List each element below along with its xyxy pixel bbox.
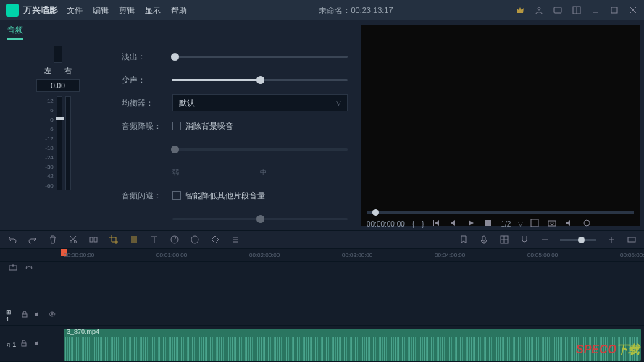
- label-left: 左: [44, 66, 51, 76]
- stop-icon[interactable]: [484, 219, 494, 229]
- link-icon[interactable]: [25, 264, 35, 274]
- fadeout-slider[interactable]: [172, 56, 348, 58]
- message-icon[interactable]: [553, 5, 563, 15]
- audio-track-head: ♫ 1: [0, 327, 58, 362]
- split-icon[interactable]: [88, 235, 99, 245]
- menu-view[interactable]: 显示: [145, 5, 161, 16]
- svg-rect-5: [611, 7, 617, 13]
- clip-filename: 3_870.mp4: [67, 329, 99, 335]
- audio-panel: 音频 左右 0.00 1260-6-12-18-24-30-42-60 淡出： …: [0, 20, 361, 226]
- snap-icon[interactable]: [519, 235, 530, 245]
- fullscreen-icon[interactable]: [530, 219, 540, 229]
- svg-rect-8: [485, 220, 491, 226]
- label-right: 右: [64, 66, 72, 76]
- volume-icon[interactable]: [565, 219, 575, 229]
- gain-slider-right[interactable]: [65, 96, 71, 190]
- balance-indicator[interactable]: [54, 46, 62, 63]
- waveform: [64, 337, 641, 361]
- timeline: 00:00:00:00 00:01:00:00 00:02:00:00 00:0…: [0, 249, 644, 362]
- cut-icon[interactable]: [68, 235, 78, 245]
- adjust-icon[interactable]: [129, 235, 139, 245]
- svg-point-21: [191, 236, 198, 243]
- menu-clip[interactable]: 剪辑: [119, 5, 135, 16]
- balance-meter: 左右 0.00 1260-6-12-18-24-30-42-60: [7, 46, 109, 231]
- balance-value[interactable]: 0.00: [36, 79, 80, 92]
- undo-icon[interactable]: [7, 235, 17, 245]
- close-icon[interactable]: [628, 5, 638, 15]
- crop-icon[interactable]: [109, 235, 119, 245]
- eq-label: 均衡器：: [122, 98, 172, 109]
- audio-clip[interactable]: 3_870.mp4: [64, 329, 641, 361]
- text-icon[interactable]: [149, 235, 159, 245]
- document-title: 未命名：00:23:13:17: [197, 5, 515, 16]
- mute-icon[interactable]: [35, 340, 45, 350]
- tab-audio[interactable]: 音频: [7, 25, 23, 40]
- lock-icon[interactable]: [20, 340, 30, 350]
- play-icon[interactable]: [467, 219, 477, 229]
- mute-icon[interactable]: [35, 311, 44, 321]
- fadeout-label: 淡出：: [122, 51, 172, 62]
- ducking-text: 智能降低其他片段音量: [185, 190, 265, 201]
- denoise-slider[interactable]: [172, 148, 348, 151]
- svg-rect-16: [94, 237, 97, 242]
- pitch-slider[interactable]: [172, 79, 348, 81]
- video-track-lane[interactable]: [58, 306, 644, 326]
- svg-rect-36: [22, 314, 27, 317]
- svg-rect-38: [22, 343, 26, 346]
- ducking-checkbox[interactable]: [172, 191, 181, 200]
- db-scale: 1260-6-12-18-24-30-42-60: [45, 96, 54, 190]
- minimize-icon[interactable]: [590, 5, 601, 15]
- video-preview[interactable]: [361, 25, 640, 226]
- settings-icon[interactable]: [582, 219, 593, 229]
- zoom-in-icon[interactable]: [606, 235, 616, 245]
- step-back-icon[interactable]: [449, 219, 459, 229]
- video-track-head: ⊞ 1: [0, 306, 58, 326]
- svg-rect-1: [554, 7, 561, 13]
- audio-track-lane[interactable]: 3_870.mp4: [58, 327, 644, 362]
- fit-icon[interactable]: [627, 235, 637, 245]
- zoom-level[interactable]: 1/2: [501, 220, 511, 228]
- svg-point-11: [551, 222, 553, 225]
- svg-rect-9: [531, 219, 538, 227]
- time-ruler[interactable]: 00:00:00:00 00:01:00:00 00:02:00:00 00:0…: [0, 249, 644, 262]
- menu-help[interactable]: 帮助: [171, 5, 187, 16]
- maximize-icon[interactable]: [609, 5, 619, 15]
- vip-icon[interactable]: [515, 5, 525, 15]
- menu-file[interactable]: 文件: [67, 5, 83, 16]
- redo-icon[interactable]: [28, 235, 38, 245]
- prev-frame-icon[interactable]: [432, 219, 442, 229]
- keyframe-icon[interactable]: [210, 235, 220, 245]
- zoom-out-icon[interactable]: [540, 235, 550, 245]
- titlebar: 万兴喵影 文件 编辑 剪辑 显示 帮助 未命名：00:23:13:17: [0, 0, 644, 20]
- snapshot-icon[interactable]: [548, 219, 558, 229]
- zoom-slider[interactable]: [560, 239, 596, 241]
- mixer-icon[interactable]: [230, 235, 241, 245]
- add-track-icon[interactable]: [9, 264, 19, 274]
- svg-rect-25: [482, 236, 485, 241]
- svg-rect-32: [628, 237, 635, 242]
- guide-icon[interactable]: [499, 235, 509, 245]
- svg-point-37: [51, 313, 53, 315]
- account-icon[interactable]: [534, 5, 544, 15]
- lock-icon[interactable]: [21, 311, 30, 321]
- record-icon[interactable]: [479, 235, 489, 245]
- menu-edit[interactable]: 编辑: [93, 5, 109, 16]
- chevron-down-icon: ▽: [336, 95, 341, 111]
- video-track-icon: ⊞ 1: [6, 308, 17, 323]
- ducking-label: 音频闪避：: [122, 190, 172, 201]
- marker-icon[interactable]: [459, 235, 469, 245]
- color-icon[interactable]: [190, 235, 200, 245]
- visibility-icon[interactable]: [49, 311, 58, 321]
- timecode: 00:00:00:00: [367, 220, 405, 228]
- ducking-slider[interactable]: [172, 218, 348, 220]
- layout-icon[interactable]: [572, 5, 582, 15]
- chevron-down-icon[interactable]: ▽: [518, 220, 523, 227]
- gain-slider-left[interactable]: [57, 96, 62, 190]
- svg-rect-15: [90, 237, 93, 242]
- denoise-label: 音频降噪：: [122, 121, 172, 132]
- watermark: SPECO下载: [576, 342, 640, 358]
- eq-select[interactable]: 默认▽: [172, 94, 348, 111]
- speed-icon[interactable]: [170, 235, 180, 245]
- denoise-checkbox[interactable]: [172, 122, 181, 130]
- delete-icon[interactable]: [48, 235, 58, 245]
